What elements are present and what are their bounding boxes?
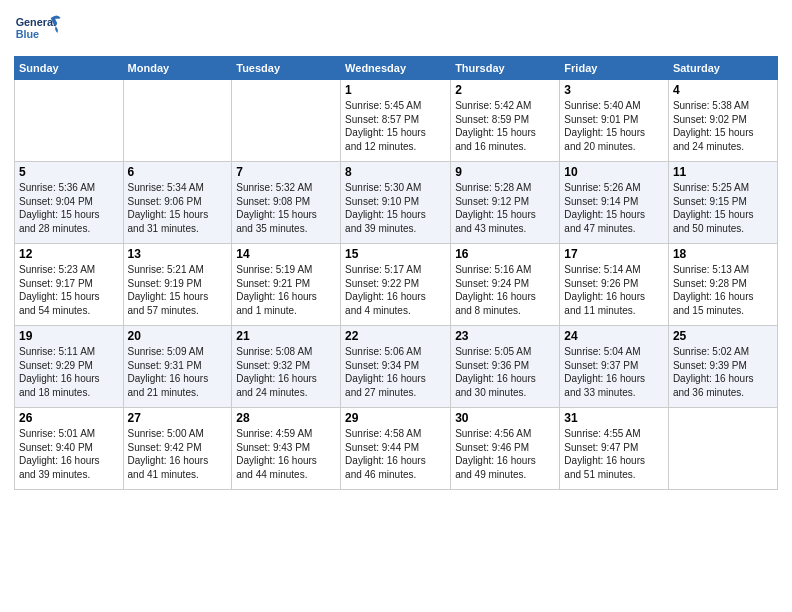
calendar-cell: 25Sunrise: 5:02 AM Sunset: 9:39 PM Dayli… [668,326,777,408]
calendar-cell: 11Sunrise: 5:25 AM Sunset: 9:15 PM Dayli… [668,162,777,244]
day-info: Sunrise: 5:06 AM Sunset: 9:34 PM Dayligh… [345,345,446,399]
svg-text:General: General [16,16,56,28]
day-info: Sunrise: 5:38 AM Sunset: 9:02 PM Dayligh… [673,99,773,153]
day-number: 21 [236,329,336,343]
col-sunday: Sunday [15,57,124,80]
col-wednesday: Wednesday [341,57,451,80]
day-info: Sunrise: 5:16 AM Sunset: 9:24 PM Dayligh… [455,263,555,317]
day-number: 13 [128,247,228,261]
calendar-week-row: 1Sunrise: 5:45 AM Sunset: 8:57 PM Daylig… [15,80,778,162]
day-number: 17 [564,247,664,261]
calendar-week-row: 5Sunrise: 5:36 AM Sunset: 9:04 PM Daylig… [15,162,778,244]
day-number: 27 [128,411,228,425]
day-info: Sunrise: 5:19 AM Sunset: 9:21 PM Dayligh… [236,263,336,317]
calendar-cell: 4Sunrise: 5:38 AM Sunset: 9:02 PM Daylig… [668,80,777,162]
day-number: 4 [673,83,773,97]
day-info: Sunrise: 5:42 AM Sunset: 8:59 PM Dayligh… [455,99,555,153]
day-info: Sunrise: 5:21 AM Sunset: 9:19 PM Dayligh… [128,263,228,317]
day-info: Sunrise: 5:13 AM Sunset: 9:28 PM Dayligh… [673,263,773,317]
calendar-cell: 23Sunrise: 5:05 AM Sunset: 9:36 PM Dayli… [451,326,560,408]
calendar-cell: 27Sunrise: 5:00 AM Sunset: 9:42 PM Dayli… [123,408,232,490]
day-info: Sunrise: 5:26 AM Sunset: 9:14 PM Dayligh… [564,181,664,235]
day-info: Sunrise: 5:17 AM Sunset: 9:22 PM Dayligh… [345,263,446,317]
calendar-cell: 22Sunrise: 5:06 AM Sunset: 9:34 PM Dayli… [341,326,451,408]
calendar-week-row: 12Sunrise: 5:23 AM Sunset: 9:17 PM Dayli… [15,244,778,326]
day-number: 18 [673,247,773,261]
calendar-cell: 26Sunrise: 5:01 AM Sunset: 9:40 PM Dayli… [15,408,124,490]
day-number: 3 [564,83,664,97]
day-number: 10 [564,165,664,179]
day-info: Sunrise: 5:08 AM Sunset: 9:32 PM Dayligh… [236,345,336,399]
logo-svg: General Blue [14,10,64,50]
day-number: 2 [455,83,555,97]
day-info: Sunrise: 5:05 AM Sunset: 9:36 PM Dayligh… [455,345,555,399]
calendar-cell: 30Sunrise: 4:56 AM Sunset: 9:46 PM Dayli… [451,408,560,490]
day-number: 15 [345,247,446,261]
calendar-week-row: 19Sunrise: 5:11 AM Sunset: 9:29 PM Dayli… [15,326,778,408]
calendar-cell: 29Sunrise: 4:58 AM Sunset: 9:44 PM Dayli… [341,408,451,490]
day-info: Sunrise: 5:25 AM Sunset: 9:15 PM Dayligh… [673,181,773,235]
day-info: Sunrise: 4:55 AM Sunset: 9:47 PM Dayligh… [564,427,664,481]
day-number: 22 [345,329,446,343]
calendar-cell: 12Sunrise: 5:23 AM Sunset: 9:17 PM Dayli… [15,244,124,326]
calendar-cell: 19Sunrise: 5:11 AM Sunset: 9:29 PM Dayli… [15,326,124,408]
day-number: 31 [564,411,664,425]
calendar-cell [232,80,341,162]
calendar-cell: 9Sunrise: 5:28 AM Sunset: 9:12 PM Daylig… [451,162,560,244]
day-info: Sunrise: 5:30 AM Sunset: 9:10 PM Dayligh… [345,181,446,235]
day-number: 20 [128,329,228,343]
calendar-cell [668,408,777,490]
day-number: 28 [236,411,336,425]
calendar-cell: 20Sunrise: 5:09 AM Sunset: 9:31 PM Dayli… [123,326,232,408]
day-number: 5 [19,165,119,179]
day-info: Sunrise: 4:59 AM Sunset: 9:43 PM Dayligh… [236,427,336,481]
calendar-cell: 6Sunrise: 5:34 AM Sunset: 9:06 PM Daylig… [123,162,232,244]
day-info: Sunrise: 5:23 AM Sunset: 9:17 PM Dayligh… [19,263,119,317]
day-info: Sunrise: 4:56 AM Sunset: 9:46 PM Dayligh… [455,427,555,481]
calendar-cell: 28Sunrise: 4:59 AM Sunset: 9:43 PM Dayli… [232,408,341,490]
calendar-header-row: Sunday Monday Tuesday Wednesday Thursday… [15,57,778,80]
calendar-cell: 13Sunrise: 5:21 AM Sunset: 9:19 PM Dayli… [123,244,232,326]
calendar-cell: 18Sunrise: 5:13 AM Sunset: 9:28 PM Dayli… [668,244,777,326]
day-info: Sunrise: 5:34 AM Sunset: 9:06 PM Dayligh… [128,181,228,235]
day-number: 6 [128,165,228,179]
day-info: Sunrise: 5:45 AM Sunset: 8:57 PM Dayligh… [345,99,446,153]
calendar-cell: 3Sunrise: 5:40 AM Sunset: 9:01 PM Daylig… [560,80,669,162]
col-friday: Friday [560,57,669,80]
calendar-cell [15,80,124,162]
col-monday: Monday [123,57,232,80]
day-number: 8 [345,165,446,179]
calendar-cell: 17Sunrise: 5:14 AM Sunset: 9:26 PM Dayli… [560,244,669,326]
day-info: Sunrise: 5:04 AM Sunset: 9:37 PM Dayligh… [564,345,664,399]
col-tuesday: Tuesday [232,57,341,80]
day-info: Sunrise: 5:32 AM Sunset: 9:08 PM Dayligh… [236,181,336,235]
day-number: 12 [19,247,119,261]
col-saturday: Saturday [668,57,777,80]
day-number: 25 [673,329,773,343]
day-info: Sunrise: 5:14 AM Sunset: 9:26 PM Dayligh… [564,263,664,317]
calendar-cell: 10Sunrise: 5:26 AM Sunset: 9:14 PM Dayli… [560,162,669,244]
calendar-cell [123,80,232,162]
day-info: Sunrise: 5:28 AM Sunset: 9:12 PM Dayligh… [455,181,555,235]
main-container: General Blue Sunday Monday Tuesday Wedne… [0,0,792,496]
day-info: Sunrise: 5:09 AM Sunset: 9:31 PM Dayligh… [128,345,228,399]
calendar-cell: 2Sunrise: 5:42 AM Sunset: 8:59 PM Daylig… [451,80,560,162]
day-info: Sunrise: 5:36 AM Sunset: 9:04 PM Dayligh… [19,181,119,235]
day-number: 29 [345,411,446,425]
day-info: Sunrise: 5:00 AM Sunset: 9:42 PM Dayligh… [128,427,228,481]
day-info: Sunrise: 5:01 AM Sunset: 9:40 PM Dayligh… [19,427,119,481]
calendar-cell: 5Sunrise: 5:36 AM Sunset: 9:04 PM Daylig… [15,162,124,244]
svg-text:Blue: Blue [16,28,39,40]
day-number: 19 [19,329,119,343]
calendar-cell: 15Sunrise: 5:17 AM Sunset: 9:22 PM Dayli… [341,244,451,326]
calendar-cell: 1Sunrise: 5:45 AM Sunset: 8:57 PM Daylig… [341,80,451,162]
day-number: 26 [19,411,119,425]
calendar-week-row: 26Sunrise: 5:01 AM Sunset: 9:40 PM Dayli… [15,408,778,490]
day-number: 23 [455,329,555,343]
day-info: Sunrise: 4:58 AM Sunset: 9:44 PM Dayligh… [345,427,446,481]
calendar-table: Sunday Monday Tuesday Wednesday Thursday… [14,56,778,490]
calendar-cell: 7Sunrise: 5:32 AM Sunset: 9:08 PM Daylig… [232,162,341,244]
calendar-cell: 31Sunrise: 4:55 AM Sunset: 9:47 PM Dayli… [560,408,669,490]
day-info: Sunrise: 5:40 AM Sunset: 9:01 PM Dayligh… [564,99,664,153]
day-number: 7 [236,165,336,179]
